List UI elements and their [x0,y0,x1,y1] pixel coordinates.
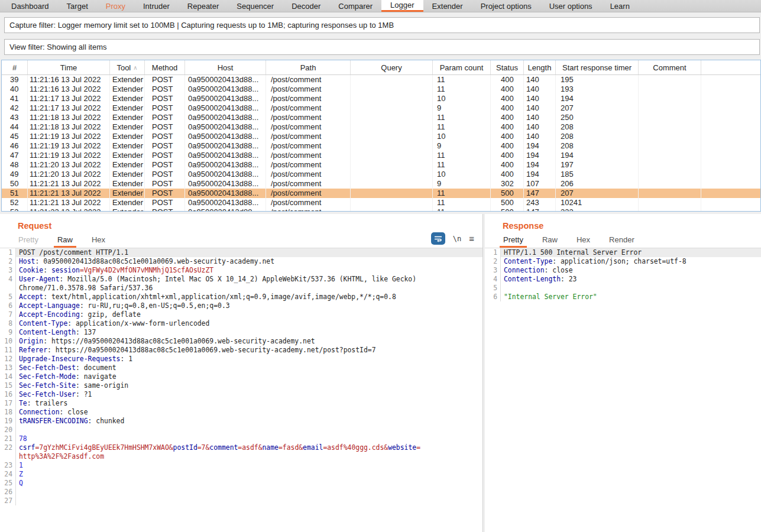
column-header-time[interactable]: Time [28,60,110,74]
menu-item-decoder[interactable]: Decoder [283,0,329,12]
table-row[interactable]: 4511:21:19 13 Jul 2022ExtenderPOST0a9500… [2,132,760,141]
request-tab-hex[interactable]: Hex [88,235,109,248]
code-line: 19tRANSFER-ENCODING: chunked [0,417,482,426]
cell-tool: Extender [110,85,145,94]
cell-path: /post/comment [266,151,351,160]
cell-host: 0a9500020413d88... [185,85,266,94]
line-content: Cookie: session=VgFWy4D2vMfON7vMNMhjQ1Sc… [16,266,482,275]
cell-params: 11 [433,198,491,207]
cell-comment [639,113,701,122]
menu-item-comparer[interactable]: Comparer [329,0,381,12]
cell-path: /post/comment [266,75,351,85]
cell-num: 40 [2,85,28,94]
request-editor[interactable]: 1POST /post/comment HTTP/1.12Host: 0a950… [0,248,482,532]
cell-status: 500 [491,189,524,198]
cell-tool: Extender [110,160,145,170]
cell-method: POST [145,94,185,103]
cell-num: 39 [2,75,28,85]
response-tab-pretty[interactable]: Pretty [500,235,527,248]
table-row[interactable]: 4111:21:17 13 Jul 2022ExtenderPOST0a9500… [2,94,760,103]
cell-timer: 197 [556,160,639,170]
line-content [16,426,482,434]
table-row[interactable]: 4811:21:20 13 Jul 2022ExtenderPOST0a9500… [2,160,760,170]
table-row[interactable]: 4611:21:19 13 Jul 2022ExtenderPOST0a9500… [2,141,760,151]
cell-filler [701,160,760,170]
cell-query [351,103,433,113]
request-title: Request [0,214,482,231]
editor-menu-icon[interactable]: ≡ [469,233,474,244]
cell-status: 400 [491,113,524,122]
cell-time: 11:21:21 13 Jul 2022 [28,179,110,189]
menu-item-project-options[interactable]: Project options [472,0,540,12]
capture-filter-bar[interactable]: Capture filter: Logger memory limit set … [4,17,760,33]
table-row[interactable]: 4011:21:16 13 Jul 2022ExtenderPOST0a9500… [2,85,760,94]
menu-item-proxy[interactable]: Proxy [97,0,134,12]
cell-time: 11:21:20 13 Jul 2022 [28,170,110,179]
cell-length: 107 [524,179,556,189]
menu-item-learn[interactable]: Learn [601,0,639,12]
cell-method: POST [145,160,185,170]
table-row[interactable]: 5211:21:21 13 Jul 2022ExtenderPOST0a9500… [2,198,760,207]
column-header-host[interactable]: Host [185,60,266,74]
table-row[interactable]: 4911:21:20 13 Jul 2022ExtenderPOST0a9500… [2,170,760,179]
soft-wrap-icon[interactable] [431,232,445,245]
cell-query [351,94,433,103]
cell-method: POST [145,189,185,198]
response-tab-render[interactable]: Render [605,235,638,248]
table-row[interactable]: 5111:21:21 13 Jul 2022ExtenderPOST0a9500… [2,189,760,198]
column-header-comment[interactable]: Comment [639,60,701,74]
response-tab-raw[interactable]: Raw [539,235,561,248]
cell-comment [639,85,701,94]
menu-item-target[interactable]: Target [58,0,97,12]
table-row[interactable]: 4411:21:18 13 Jul 2022ExtenderPOST0a9500… [2,122,760,132]
column-header-length[interactable]: Length [524,60,556,74]
table-row[interactable]: 5311:21:22 13 Jul 2022ExtenderPOST0a9500… [2,207,760,212]
table-row[interactable]: 5011:21:21 13 Jul 2022ExtenderPOST0a9500… [2,179,760,189]
column-header-method[interactable]: Method [145,60,185,74]
cell-tool: Extender [110,141,145,151]
code-line: 4Content-Length: 23 [485,275,761,284]
column-header-param-count[interactable]: Param count [433,60,491,74]
menu-item-logger[interactable]: Logger [381,0,423,12]
menu-item-dashboard[interactable]: Dashboard [2,0,58,12]
cell-length: 140 [524,132,556,141]
line-number: 25 [0,479,16,488]
cell-status: 400 [491,94,524,103]
cell-comment [639,179,701,189]
cell-time: 11:21:21 13 Jul 2022 [28,198,110,207]
menu-item-sequencer[interactable]: Sequencer [228,0,283,12]
view-filter-bar[interactable]: View filter: Showing all items [4,39,760,55]
column-header-tool[interactable]: Tool∧ [110,60,145,74]
cell-filler [701,207,760,212]
cell-filler [701,113,760,122]
cell-host: 0a9500020413d88... [185,141,266,151]
request-tab-pretty[interactable]: Pretty [15,235,42,248]
cell-path: /post/comment [266,103,351,113]
newline-icon[interactable]: \n [453,235,461,243]
table-row[interactable]: 3911:21:16 13 Jul 2022ExtenderPOST0a9500… [2,75,760,85]
menu-item-intruder[interactable]: Intruder [134,0,179,12]
line-number: 3 [485,266,501,275]
cell-timer: 185 [556,170,639,179]
menu-item-repeater[interactable]: Repeater [179,0,228,12]
line-content: POST /post/comment HTTP/1.1 [16,248,482,257]
menu-item-extender[interactable]: Extender [423,0,472,12]
column-header-status[interactable]: Status [491,60,524,74]
request-tab-raw[interactable]: Raw [54,235,76,248]
response-editor[interactable]: 1HTTP/1.1 500 Internal Server Error2Cont… [485,248,761,532]
column-header-start-response-timer[interactable]: Start response timer [556,60,639,74]
table-row[interactable]: 4211:21:17 13 Jul 2022ExtenderPOST0a9500… [2,103,760,113]
cell-params: 11 [433,160,491,170]
cell-query [351,122,433,132]
cell-host: 0a9500020413d88... [185,94,266,103]
cell-query [351,151,433,160]
column-header-num[interactable]: # [2,60,28,74]
table-row[interactable]: 4711:21:19 13 Jul 2022ExtenderPOST0a9500… [2,151,760,160]
code-line: 1POST /post/comment HTTP/1.1 [0,248,482,257]
table-row[interactable]: 4311:21:18 13 Jul 2022ExtenderPOST0a9500… [2,113,760,122]
column-header-query[interactable]: Query [351,60,433,74]
menu-item-user-options[interactable]: User options [540,0,601,12]
cell-method: POST [145,141,185,151]
response-tab-hex[interactable]: Hex [573,235,594,248]
column-header-path[interactable]: Path [266,60,351,74]
